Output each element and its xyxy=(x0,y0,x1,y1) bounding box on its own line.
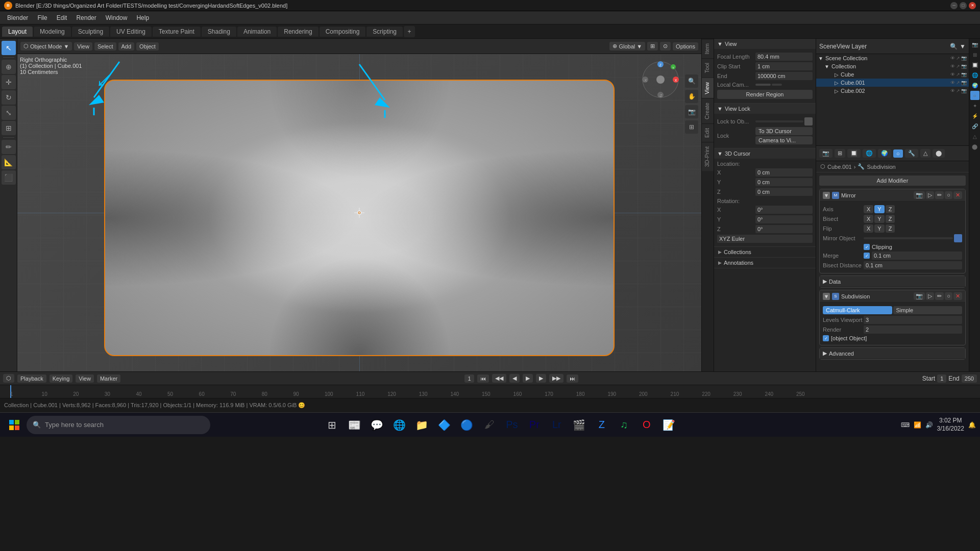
axis-x-button[interactable]: X xyxy=(864,205,873,213)
taskbar-app-zoom[interactable]: Z xyxy=(592,415,612,435)
prev-keyframe-button[interactable]: ◀◀ xyxy=(492,374,506,383)
prop-icon-scene[interactable]: 🌐 xyxy=(863,149,876,158)
snap-button[interactable]: ⊞ xyxy=(647,42,658,51)
system-clock[interactable]: 3:02 PM 3/16/2022 xyxy=(937,417,964,433)
viewport-mode-selector[interactable]: ⬡ Object Mode ▼ xyxy=(20,42,72,51)
end-frame-input[interactable]: 250 xyxy=(962,374,977,383)
add-workspace-button[interactable]: + xyxy=(404,26,415,37)
camera-to-view-btn[interactable]: Camera to Vi... xyxy=(755,136,813,144)
window-controls[interactable]: ─ □ ✕ xyxy=(950,2,976,9)
prop-icon-world[interactable]: 🌍 xyxy=(878,149,891,158)
strip-icon-world[interactable]: 🌍 xyxy=(970,81,979,90)
tab-animation[interactable]: Animation xyxy=(237,27,277,37)
menu-blender[interactable]: Blender xyxy=(3,13,32,22)
catmull-clark-button[interactable]: Catmull-Clark xyxy=(823,306,892,314)
strip-icon-particles[interactable]: ✦ xyxy=(970,101,979,110)
taskbar-app-blender[interactable]: 🔷 xyxy=(434,415,455,435)
strip-icon-object[interactable]: ○ xyxy=(970,91,979,100)
view-section-header[interactable]: ▼ View xyxy=(714,39,816,49)
mirror-object-input[interactable] xyxy=(864,237,953,239)
start-button[interactable] xyxy=(4,415,24,435)
keying-menu[interactable]: Keying xyxy=(50,374,73,383)
col-render-icon[interactable]: 📷 xyxy=(961,64,967,69)
add-modifier-button[interactable]: Add Modifier xyxy=(819,176,966,186)
taskbar-app-explorer[interactable]: 📁 xyxy=(412,415,432,435)
maximize-button[interactable]: □ xyxy=(960,2,967,9)
sidebar-tab-create[interactable]: Create xyxy=(702,98,714,123)
local-cam-btn[interactable] xyxy=(772,84,782,86)
playback-menu[interactable]: Playback xyxy=(17,374,46,383)
strip-icon-data-2[interactable]: △ xyxy=(970,132,979,141)
tab-uv-editing[interactable]: UV Editing xyxy=(110,27,152,37)
mirror-restrict-btn[interactable]: ○ xyxy=(945,191,952,199)
cube-vis-icon[interactable]: 👁 xyxy=(950,72,955,77)
taskbar-search-box[interactable]: 🔍 Type here to search xyxy=(27,416,210,434)
viewport-object-menu[interactable]: Object xyxy=(136,42,159,51)
subdiv-restrict-btn[interactable]: ○ xyxy=(945,292,952,300)
viewport-camera-button[interactable]: 📷 xyxy=(685,105,698,118)
scale-tool-button[interactable]: ⤡ xyxy=(2,106,16,120)
flip-y-button[interactable]: Y xyxy=(874,224,884,233)
cube001-vis-icon[interactable]: 👁 xyxy=(950,80,955,85)
strip-icon-physics[interactable]: ⚡ xyxy=(970,111,979,120)
viewport-options-button[interactable]: Options xyxy=(673,42,698,51)
mirror-render-btn[interactable]: ▷ xyxy=(926,191,934,199)
viewport-pan-button[interactable]: ✋ xyxy=(685,90,698,103)
menu-window[interactable]: Window xyxy=(102,13,132,22)
viewport-canvas[interactable]: Right Orthographic (1) Collection | Cube… xyxy=(17,54,701,371)
tab-modeling[interactable]: Modeling xyxy=(34,27,71,37)
clip-end-value[interactable]: 100000 cm xyxy=(755,72,813,80)
data-section-header[interactable]: ▶ Data xyxy=(820,276,965,287)
navigation-widget[interactable]: Z X -Z -X Y xyxy=(640,59,681,100)
focal-length-value[interactable]: 80.4 mm xyxy=(755,53,813,61)
col-sel-icon[interactable]: ↗ xyxy=(956,64,960,69)
prop-icon-output[interactable]: ⊞ xyxy=(835,149,845,158)
start-frame-input[interactable]: 1 xyxy=(937,374,946,383)
cursor-tool-button[interactable]: ⊕ xyxy=(2,60,16,74)
next-keyframe-button[interactable]: ▶▶ xyxy=(549,374,564,383)
viewport-select-menu[interactable]: Select xyxy=(94,42,116,51)
strip-icon-viewlayer[interactable]: 🔲 xyxy=(970,60,979,69)
cursor-x-value[interactable]: 0 cm xyxy=(755,168,813,177)
menu-file[interactable]: File xyxy=(33,13,51,22)
outliner-filter-icon[interactable]: ▼ xyxy=(960,43,966,50)
menu-render[interactable]: Render xyxy=(72,13,100,22)
cursor-z-value[interactable]: 0 cm xyxy=(755,188,813,196)
rotation-mode-selector[interactable]: XYZ Euler xyxy=(717,235,813,243)
minimize-button[interactable]: ─ xyxy=(950,2,958,9)
tab-sculpting[interactable]: Sculpting xyxy=(72,27,109,37)
bisect-x-button[interactable]: X xyxy=(864,215,873,223)
viewport[interactable]: ⬡ Object Mode ▼ View Select Add Object ⊕… xyxy=(17,39,701,371)
tab-rendering[interactable]: Rendering xyxy=(278,27,318,37)
collections-header[interactable]: ▶ Collections xyxy=(714,247,816,257)
bisect-y-button[interactable]: Y xyxy=(874,215,884,223)
tab-texture-paint[interactable]: Texture Paint xyxy=(153,27,201,37)
bisect-z-button[interactable]: Z xyxy=(886,215,895,223)
strip-icon-render[interactable]: 📷 xyxy=(970,40,979,49)
prop-icon-render[interactable]: 📷 xyxy=(819,149,832,158)
tab-compositing[interactable]: Compositing xyxy=(320,27,366,37)
bisect-dist-value[interactable]: 0.1 cm xyxy=(864,261,962,269)
sidebar-tab-3dprint[interactable]: 3D-Print xyxy=(702,142,714,171)
simple-button[interactable]: Simple xyxy=(893,306,963,314)
rotate-tool-button[interactable]: ↻ xyxy=(2,90,16,105)
cube002-render-icon[interactable]: 📷 xyxy=(961,88,967,93)
prev-frame-button[interactable]: ◀ xyxy=(509,374,520,383)
local-cam-value[interactable] xyxy=(755,84,771,86)
close-button[interactable]: ✕ xyxy=(969,2,976,9)
sel-icon[interactable]: ↗ xyxy=(956,56,960,61)
cube-render-icon[interactable]: 📷 xyxy=(961,72,967,77)
prop-icon-object[interactable]: ○ xyxy=(893,149,903,158)
subdiv-render-value[interactable]: 2 xyxy=(864,325,962,334)
taskbar-app-notes[interactable]: 📝 xyxy=(659,415,679,435)
outline-scene-collection[interactable]: ▼ Scene Collection 👁 ↗ 📷 xyxy=(816,54,969,62)
flip-x-button[interactable]: X xyxy=(864,224,873,233)
transform-orientation-selector[interactable]: ⊕ Global ▼ xyxy=(609,42,645,51)
subdiv-delete-btn[interactable]: ✕ xyxy=(953,292,962,300)
taskbar-app-resolve[interactable]: 🎬 xyxy=(569,415,590,435)
lock-to-3d-cursor-btn[interactable]: To 3D Cursor xyxy=(755,127,813,135)
skip-to-end-button[interactable]: ⏭ xyxy=(567,374,578,383)
notification-icon[interactable]: 🔔 xyxy=(968,421,976,429)
axis-y-button[interactable]: Y xyxy=(874,205,884,213)
taskbar-app-ps[interactable]: Ps xyxy=(502,415,522,435)
